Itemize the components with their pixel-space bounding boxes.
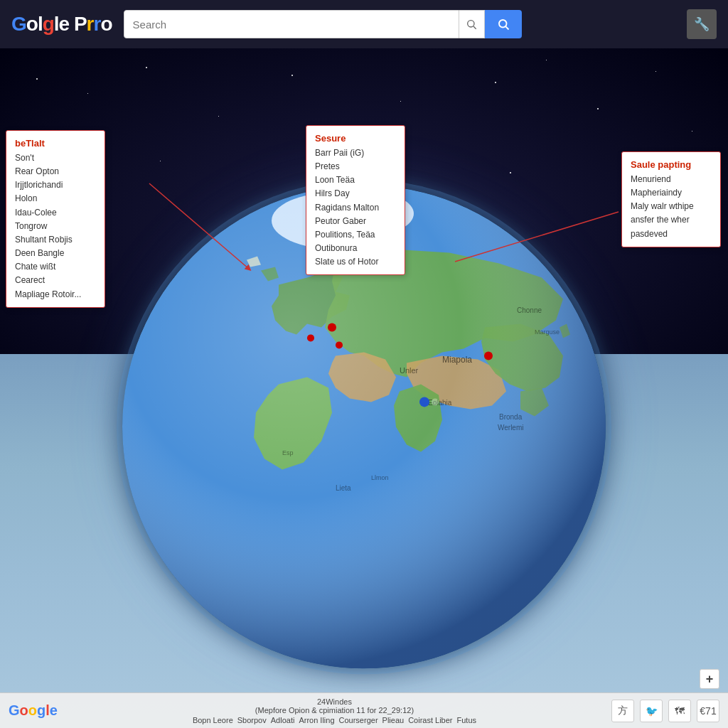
zoom-in-button[interactable]: + — [700, 669, 719, 689]
tooltip-center-item-7: Poulitions, Teäa — [315, 228, 396, 242]
tooltip-left-item-9: Chate wißt — [15, 260, 96, 274]
tooltip-right: Saule papting Menuriend Mapheriaindy Mal… — [621, 151, 721, 247]
svg-text:Marguse: Marguse — [535, 328, 560, 336]
main-area: Unler Miapola Eolahia Chonne Marguse Bro… — [0, 48, 728, 728]
svg-line-1 — [473, 26, 476, 29]
star — [510, 172, 511, 173]
tooltip-right-item-3: Maly walr wthipe — [631, 200, 712, 213]
svg-point-19 — [307, 334, 314, 341]
star — [546, 60, 547, 60]
tooltip-center-title: Sesure — [315, 132, 396, 146]
tooltip-left-item-11: Mapliage Rotoir... — [15, 288, 96, 301]
tooltip-left-title: beTlalt — [15, 136, 96, 151]
star — [146, 67, 147, 68]
nav-item-3[interactable]: Adloati — [271, 716, 295, 724]
bottom-line1: 24Windes — [58, 697, 611, 706]
svg-text:Bronda: Bronda — [499, 413, 523, 421]
search-icon-button[interactable] — [459, 10, 485, 38]
tooltip-center-item-4: Hilrs Day — [315, 187, 396, 200]
nav-item-7[interactable]: Coirast Liber — [408, 716, 452, 724]
tooltip-left: beTlalt Son't Rear Opton Irjjtlorichandi… — [6, 130, 105, 308]
app-logo: Golgle Prro — [11, 13, 112, 36]
star — [692, 131, 692, 132]
svg-text:Eolahia: Eolahia — [428, 399, 452, 407]
nav-item-1[interactable]: Bopn Leore — [193, 716, 233, 724]
twitter-icon: 🐦 — [646, 705, 658, 717]
tooltip-center-item-2: Pretes — [315, 160, 396, 173]
svg-text:Chonne: Chonne — [517, 306, 542, 314]
bottom-center-info: 24Windes (Mepfore Opion & cpimiation 11 … — [58, 697, 611, 724]
share-icon: 方 — [618, 705, 628, 717]
nav-item-8[interactable]: Futus — [457, 716, 477, 724]
tooltip-left-item-4: Holon — [15, 192, 96, 205]
search-input[interactable] — [133, 18, 450, 31]
tooltip-center-item-9: Slate us of Hotor — [315, 255, 396, 269]
tooltip-center-item-5: Ragidans Malton — [315, 201, 396, 215]
star — [36, 78, 38, 80]
tooltip-left-item-5: Idau-Colee — [15, 206, 96, 220]
svg-line-3 — [505, 26, 508, 29]
nav-item-6[interactable]: Plieau — [382, 716, 405, 724]
tooltip-center-item-8: Outibonura — [315, 242, 396, 255]
tooltip-center: Sesure Barr Paii (iG) Pretes Loon Teäa H… — [306, 125, 405, 275]
svg-text:Lieta: Lieta — [336, 484, 351, 492]
tooltip-right-item-4: ansfer the wher — [631, 213, 712, 227]
bottom-nav: Bopn Leore Sborpov Adloati Arron Iling C… — [58, 716, 611, 724]
svg-text:Unler: Unler — [400, 366, 419, 375]
nav-item-2[interactable]: Sborpov — [237, 716, 267, 724]
tooltip-left-item-1: Son't — [15, 151, 96, 165]
svg-text:Esp: Esp — [282, 449, 294, 456]
star — [87, 93, 88, 94]
search-button[interactable] — [485, 10, 522, 38]
twitter-button[interactable]: 🐦 — [640, 700, 663, 722]
map-icon: 🗺 — [675, 705, 685, 717]
tooltip-right-item-2: Mapheriaindy — [631, 186, 712, 200]
search-input-wrapper[interactable] — [124, 10, 459, 38]
tooltip-left-item-2: Rear Opton — [15, 165, 96, 178]
svg-point-18 — [328, 323, 336, 331]
map-button[interactable]: 🗺 — [668, 700, 691, 722]
apps-button[interactable]: 🔧 — [687, 9, 717, 39]
tooltip-right-item-1: Menuriend — [631, 173, 712, 186]
svg-point-20 — [336, 341, 343, 348]
scale-label: €71 — [700, 705, 716, 717]
tooltip-center-item-3: Loon Teäa — [315, 173, 396, 187]
nav-item-5[interactable]: Courserger — [339, 716, 378, 724]
svg-point-23 — [432, 398, 439, 405]
bottom-line2: (Mepfore Opion & cpimiation 11 for 22_29… — [58, 706, 611, 714]
tooltip-left-item-6: Tongrow — [15, 220, 96, 233]
header: Golgle Prro 🔧 — [0, 0, 728, 48]
tooltip-right-title: Saule papting — [631, 158, 712, 173]
bottom-logo: Google — [9, 702, 58, 719]
bottom-bar: Google 24Windes (Mepfore Opion & cpimiat… — [0, 692, 728, 728]
star — [291, 75, 293, 76]
bottom-right-actions: 方 🐦 🗺 €71 — [611, 700, 719, 722]
star — [218, 116, 219, 117]
star — [597, 108, 599, 109]
star — [160, 161, 161, 161]
star — [655, 71, 656, 72]
star — [400, 101, 401, 102]
svg-point-0 — [468, 21, 474, 27]
svg-point-22 — [419, 397, 429, 407]
tooltip-left-item-3: Irjjtlorichandi — [15, 178, 96, 192]
svg-text:Werlemi: Werlemi — [498, 424, 523, 432]
tooltip-left-item-7: Shultant Robjis — [15, 233, 96, 247]
svg-text:Llmon: Llmon — [371, 474, 389, 481]
search-bar — [124, 10, 522, 38]
star — [495, 82, 496, 83]
scale-button[interactable]: €71 — [697, 700, 719, 722]
nav-item-4[interactable]: Arron Iling — [299, 716, 334, 724]
share-button[interactable]: 方 — [611, 700, 634, 722]
tooltip-right-item-5: pasdeved — [631, 228, 712, 241]
tooltip-left-item-10: Cearect — [15, 274, 96, 287]
svg-text:Miapola: Miapola — [442, 355, 472, 365]
tooltip-center-item-1: Barr Paii (iG) — [315, 146, 396, 160]
header-right: 🔧 — [687, 9, 717, 39]
tooltip-center-item-6: Peutor Gaber — [315, 215, 396, 228]
tooltip-left-item-8: Deen Bangle — [15, 247, 96, 260]
svg-point-2 — [499, 20, 507, 28]
apps-icon: 🔧 — [694, 16, 710, 32]
svg-point-21 — [484, 351, 493, 360]
